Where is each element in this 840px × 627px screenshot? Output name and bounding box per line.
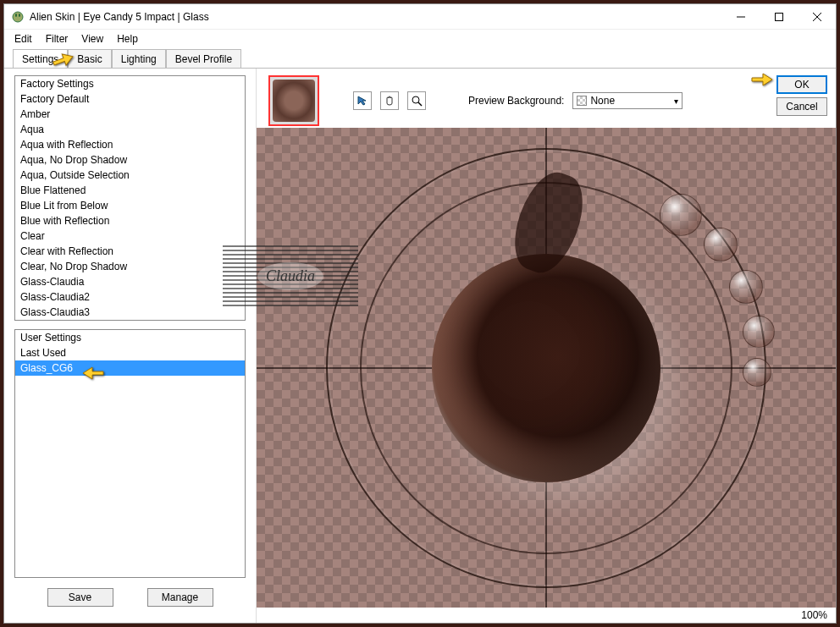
- window-title: Alien Skin | Eye Candy 5 Impact | Glass: [30, 11, 721, 23]
- list-item[interactable]: Factory Default: [15, 91, 245, 107]
- pointer-annotation-icon: [52, 50, 74, 67]
- menu-help[interactable]: Help: [117, 33, 138, 45]
- svg-point-7: [412, 96, 419, 103]
- list-item[interactable]: Clear: [15, 228, 245, 244]
- combo-value: None: [590, 95, 615, 107]
- thumbnail-frame[interactable]: [268, 75, 319, 126]
- droplet: [729, 270, 763, 304]
- tab-row: Settings Basic Lighting Bevel Profile: [4, 48, 836, 69]
- thumbnail: [273, 80, 315, 122]
- title-bar: Alien Skin | Eye Candy 5 Impact | Glass: [4, 4, 836, 30]
- tab-bevel[interactable]: Bevel Profile: [166, 49, 241, 68]
- list-item[interactable]: Aqua, Outside Selection: [15, 168, 245, 183]
- app-window: Alien Skin | Eye Candy 5 Impact | Glass …: [3, 3, 837, 624]
- glass-sphere: [432, 254, 660, 482]
- pointer-tool[interactable]: [353, 91, 372, 110]
- settings-button-row: Save Manage: [14, 588, 246, 607]
- maximize-button[interactable]: [760, 4, 798, 30]
- menu-bar: Edit Filter View Help: [4, 30, 836, 48]
- menu-edit[interactable]: Edit: [14, 33, 32, 45]
- dialog-buttons: OK Cancel: [776, 75, 827, 116]
- zoom-level: 100%: [257, 608, 836, 623]
- droplet: [660, 194, 702, 236]
- preview-bg-combo[interactable]: None ▾: [572, 92, 682, 109]
- hand-tool[interactable]: [380, 91, 399, 110]
- cancel-button[interactable]: Cancel: [776, 97, 827, 116]
- droplet: [704, 228, 738, 261]
- user-settings-list[interactable]: User Settings Last Used Glass_CG6: [14, 329, 246, 578]
- droplet: [743, 316, 775, 348]
- user-header: User Settings: [15, 330, 245, 345]
- zoom-tool[interactable]: [407, 91, 426, 110]
- pointer-annotation-icon: [82, 363, 104, 380]
- tab-lighting[interactable]: Lighting: [112, 49, 166, 68]
- content-area: Factory Settings Factory Default Amber A…: [4, 69, 836, 623]
- list-item[interactable]: Aqua, No Drop Shadow: [15, 152, 245, 168]
- tab-basic[interactable]: Basic: [68, 49, 111, 68]
- factory-header: Factory Settings: [15, 76, 245, 91]
- list-item[interactable]: Blue Flattened: [15, 183, 245, 198]
- ok-button[interactable]: OK: [776, 75, 827, 94]
- app-icon: [11, 10, 25, 24]
- chevron-down-icon: ▾: [674, 96, 678, 106]
- svg-point-1: [15, 14, 17, 17]
- list-item[interactable]: Blue with Reflection: [15, 213, 245, 228]
- transparency-swatch-icon: [577, 96, 587, 106]
- settings-panel: Factory Settings Factory Default Amber A…: [4, 69, 257, 623]
- list-item[interactable]: Glass-Claudia3: [15, 305, 245, 320]
- list-item[interactable]: Last Used: [15, 345, 245, 360]
- list-item[interactable]: Glass-Claudia: [15, 274, 245, 289]
- list-item[interactable]: Clear with Reflection: [15, 244, 245, 259]
- preview-toolbar: Preview Background: None ▾: [257, 69, 836, 128]
- preview-bg-label: Preview Background:: [468, 95, 564, 107]
- list-item[interactable]: Blue Lit from Below: [15, 198, 245, 213]
- list-item[interactable]: Clear, No Drop Shadow: [15, 259, 245, 274]
- svg-rect-4: [775, 13, 782, 20]
- manage-button[interactable]: Manage: [147, 588, 213, 607]
- preview-canvas[interactable]: [257, 128, 836, 608]
- svg-point-0: [13, 12, 23, 22]
- list-item[interactable]: Aqua with Reflection: [15, 137, 245, 152]
- list-item[interactable]: Glass-Claudia2: [15, 289, 245, 305]
- save-button[interactable]: Save: [47, 588, 113, 607]
- menu-view[interactable]: View: [81, 33, 103, 45]
- minimize-button[interactable]: [721, 4, 760, 30]
- pointer-annotation-icon: [751, 69, 773, 86]
- close-button[interactable]: [798, 4, 836, 30]
- factory-settings-list[interactable]: Factory Settings Factory Default Amber A…: [14, 75, 246, 321]
- list-item-selected[interactable]: Glass_CG6: [15, 360, 245, 376]
- list-item[interactable]: Aqua: [15, 122, 245, 137]
- svg-point-2: [19, 14, 20, 17]
- svg-line-8: [418, 102, 422, 106]
- menu-filter[interactable]: Filter: [46, 33, 69, 45]
- list-item[interactable]: Amber: [15, 107, 245, 122]
- droplet: [743, 358, 771, 387]
- preview-panel: Preview Background: None ▾ OK Cancel: [257, 69, 836, 623]
